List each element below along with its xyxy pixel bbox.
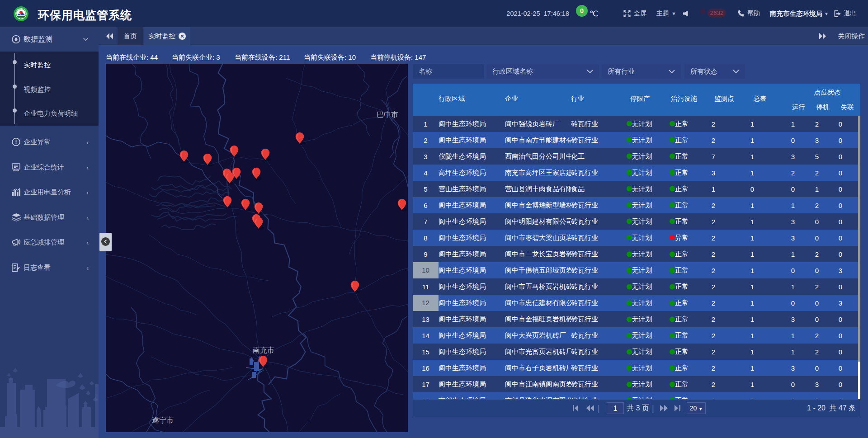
svg-text:南充市: 南充市 [253,346,274,354]
svg-text:巴中市: 巴中市 [377,111,398,118]
svg-text:遂宁市: 遂宁市 [152,416,174,424]
